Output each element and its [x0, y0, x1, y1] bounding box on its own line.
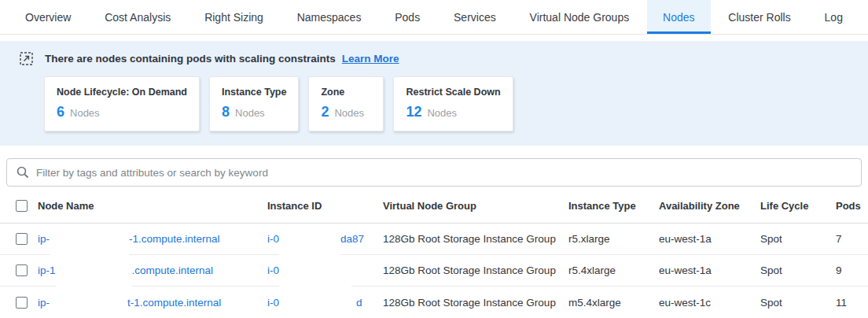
life-cycle-cell: Spot — [760, 233, 836, 245]
nodes-table: Node Name Instance ID Virtual Node Group… — [0, 189, 868, 318]
card-zone[interactable]: Zone 2 Nodes — [308, 76, 384, 131]
tab-virtual-node-groups[interactable]: Virtual Node Groups — [514, 0, 645, 34]
instance-id-fragment: i-0 — [267, 264, 279, 276]
filter-search-box — [6, 158, 862, 187]
pods-cell: 11 — [836, 297, 868, 309]
card-title: Zone — [321, 87, 371, 98]
redaction — [50, 225, 129, 257]
scaling-constraints-banner: There are nodes containing pods with sca… — [0, 41, 868, 146]
table-row: ip-1.compute.internal i-0 128Gb Root Sto… — [0, 255, 868, 287]
availability-zone-cell: eu-west-1a — [659, 264, 760, 276]
col-availability-zone: Availability Zone — [659, 200, 760, 212]
search-input[interactable] — [36, 167, 851, 179]
scaling-constraint-icon — [20, 52, 33, 65]
node-name-fragment: .compute.internal — [132, 264, 214, 276]
col-virtual-node-group: Virtual Node Group — [383, 200, 568, 212]
tab-cluster-rolls[interactable]: Cluster Rolls — [712, 0, 806, 34]
tab-namespaces[interactable]: Namespaces — [281, 0, 377, 34]
node-name-link[interactable]: ip-t-1.compute.internal — [38, 287, 267, 318]
instance-id-link[interactable]: i-0da87 — [267, 224, 383, 255]
redaction — [56, 257, 132, 288]
card-count: 12 — [406, 104, 421, 120]
card-unit: Nodes — [427, 107, 457, 119]
tab-overview[interactable]: Overview — [9, 0, 86, 34]
tab-log[interactable]: Log — [809, 0, 859, 34]
card-node-lifecycle[interactable]: Node Lifecycle: On Demand 6 Nodes — [44, 76, 200, 131]
node-name-link[interactable]: ip-1.compute.internal — [38, 255, 267, 287]
card-title: Restrict Scale Down — [406, 87, 500, 98]
instance-id-link[interactable]: i-0d — [267, 287, 383, 318]
card-count: 6 — [57, 104, 64, 120]
row-checkbox[interactable] — [16, 233, 28, 245]
node-name-fragment: ip-1 — [38, 264, 56, 276]
card-unit: Nodes — [235, 107, 265, 119]
node-name-fragment: ip- — [38, 297, 50, 309]
instance-id-link[interactable]: i-0 — [267, 255, 383, 287]
node-name-link[interactable]: ip--1.compute.internal — [38, 224, 267, 255]
redaction — [279, 225, 340, 257]
col-instance-id: Instance ID — [267, 200, 383, 212]
card-restrict-scale-down[interactable]: Restrict Scale Down 12 Nodes — [393, 76, 513, 131]
col-life-cycle: Life Cycle — [760, 200, 836, 212]
card-unit: Nodes — [70, 107, 100, 119]
col-instance-type: Instance Type — [568, 200, 659, 212]
node-name-fragment: -1.compute.internal — [129, 233, 220, 245]
virtual-node-group-cell: 128Gb Root Storage Instance Group — [383, 264, 568, 276]
card-title: Node Lifecycle: On Demand — [57, 87, 187, 98]
table-row: ip--1.compute.internal i-0da87 128Gb Roo… — [0, 224, 868, 255]
instance-type-cell: r5.xlarge — [568, 233, 659, 245]
life-cycle-cell: Spot — [760, 264, 836, 276]
table-row: ip-t-1.compute.internal i-0d 128Gb Root … — [0, 287, 868, 318]
pods-cell: 7 — [836, 233, 868, 245]
tab-bar: Overview Cost Analysis Right Sizing Name… — [0, 0, 868, 35]
pods-cell: 9 — [836, 264, 868, 276]
instance-id-fragment: da87 — [340, 233, 364, 245]
search-icon — [17, 166, 29, 179]
tab-pods[interactable]: Pods — [379, 0, 436, 34]
card-count: 2 — [321, 104, 329, 120]
card-count: 8 — [222, 104, 230, 120]
constraint-cards: Node Lifecycle: On Demand 6 Nodes Instan… — [44, 76, 868, 131]
node-name-fragment: ip- — [38, 233, 50, 245]
virtual-node-group-cell: 128Gb Root Storage Instance Group — [383, 297, 568, 309]
availability-zone-cell: eu-west-1a — [659, 233, 760, 245]
tab-cost-analysis[interactable]: Cost Analysis — [89, 0, 186, 34]
card-title: Instance Type — [222, 87, 286, 98]
node-name-fragment: t-1.compute.internal — [127, 297, 221, 309]
instance-id-fragment: d — [356, 297, 362, 309]
instance-id-fragment: i-0 — [267, 297, 279, 309]
card-instance-type[interactable]: Instance Type 8 Nodes — [209, 76, 299, 131]
instance-type-cell: m5.4xlarge — [568, 297, 659, 309]
table-header-row: Node Name Instance ID Virtual Node Group… — [0, 189, 868, 224]
redaction — [279, 257, 351, 288]
virtual-node-group-cell: 128Gb Root Storage Instance Group — [383, 233, 568, 245]
instance-id-fragment: i-0 — [267, 233, 279, 245]
redaction — [50, 288, 127, 318]
tab-nodes[interactable]: Nodes — [647, 0, 710, 34]
instance-type-cell: r5.4xlarge — [568, 264, 659, 276]
col-node-name: Node Name — [38, 200, 267, 212]
redaction — [279, 288, 356, 318]
availability-zone-cell: eu-west-1c — [659, 297, 760, 309]
life-cycle-cell: Spot — [760, 297, 836, 309]
tab-services[interactable]: Services — [438, 0, 512, 34]
learn-more-link[interactable]: Learn More — [342, 53, 399, 65]
select-all-checkbox[interactable] — [16, 200, 28, 212]
banner-message: There are nodes containing pods with sca… — [45, 53, 336, 65]
row-checkbox[interactable] — [16, 264, 28, 276]
tab-right-sizing[interactable]: Right Sizing — [189, 0, 279, 34]
col-pods: Pods — [836, 200, 868, 212]
row-checkbox[interactable] — [16, 297, 28, 309]
card-unit: Nodes — [334, 107, 364, 119]
